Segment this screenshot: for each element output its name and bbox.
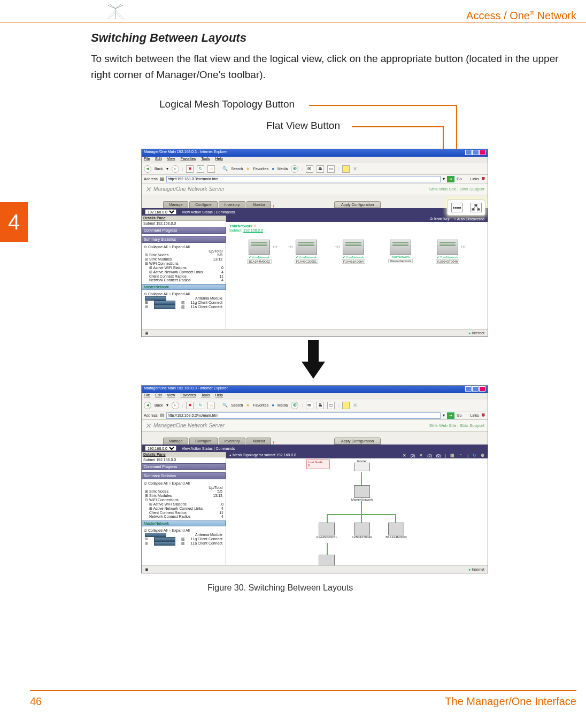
edit-button[interactable]: ▭ xyxy=(327,165,335,173)
menu-favorites[interactable]: Favorites xyxy=(180,157,196,163)
legend-y-icon: ✕ xyxy=(419,453,423,458)
figure-caption: Figure 30. Switching Between Layouts xyxy=(207,583,353,593)
router-node[interactable]: Router xyxy=(347,459,377,471)
device-node[interactable]: ›››✔YourNetworkK2B043T0040 xyxy=(428,240,467,264)
page-number: 46 xyxy=(30,695,42,708)
status-done-icon: ▣ xyxy=(145,331,149,335)
device-node[interactable]: YourNetworkMasterNetwork xyxy=(381,240,420,264)
menu-file[interactable]: File xyxy=(144,157,150,163)
tab-monitor[interactable]: Monitor xyxy=(246,201,271,208)
product-name: Access / One® Network xyxy=(466,10,576,22)
stop-button[interactable]: ✖ xyxy=(186,165,194,173)
norton-icon[interactable]: ⛊ xyxy=(481,177,485,181)
app-tabbar: Manage Configure Inventory Monitor ! App… xyxy=(142,195,488,208)
summary-stats-panel[interactable]: Summary Statistics xyxy=(142,236,226,243)
inventory-radio[interactable]: Inventory xyxy=(434,217,450,220)
svg-rect-2 xyxy=(477,209,480,210)
flat-view-pane: ⊙ Inventory ○ Auto Discovered YourNetwor… xyxy=(226,216,488,329)
internet-zone: Internet xyxy=(468,331,484,335)
tab-inventory[interactable]: Inventory xyxy=(219,201,246,208)
app-logo-icon: ✕ xyxy=(145,185,151,194)
media-label[interactable]: Media xyxy=(277,167,288,171)
device-node[interactable]: ‹‹‹✔YourNetworkF1A45C20051 xyxy=(287,240,326,264)
forward-button[interactable]: ► xyxy=(172,165,179,173)
expand-all[interactable]: Expand All xyxy=(172,245,190,249)
menu-tools[interactable]: Tools xyxy=(201,157,210,163)
svg-rect-1 xyxy=(472,209,474,210)
mesh-node[interactable]: F1A45C20051 xyxy=(312,523,342,539)
browser-toolbar: ◄ Back ▾ ► | ✖ ↻ ⌂ | 🔍Search ★Favorites … xyxy=(142,163,488,175)
mesh-topology-pane: ▴ Mesh Topology for subnet 192.168.0.0 ✕… xyxy=(226,452,488,565)
app-title: Manager/One Network Server xyxy=(153,186,225,192)
settings-icon[interactable]: ⚙ xyxy=(481,453,484,458)
apply-configuration-button[interactable]: Apply Configuration xyxy=(334,201,381,208)
go-label: Go xyxy=(457,177,461,181)
go-button[interactable]: ➔ xyxy=(447,176,454,182)
links-label[interactable]: Links xyxy=(471,177,479,181)
tab-manage[interactable]: Manage xyxy=(163,201,188,208)
leader-line xyxy=(352,126,443,127)
refresh-icon[interactable]: ↻ xyxy=(473,453,476,458)
print-button[interactable]: 🖶 xyxy=(317,165,324,173)
flat-view-button[interactable] xyxy=(451,203,463,212)
screenshot-flat-view: Manager/One Main 192.168.0.3 - Internet … xyxy=(141,149,488,337)
master-network-panel[interactable]: MasterNetwork xyxy=(142,284,226,290)
folder-button[interactable] xyxy=(342,165,350,173)
device-node[interactable]: ›››✔YourNetworkB1A244M0002 xyxy=(240,240,279,264)
menu-help[interactable]: Help xyxy=(215,157,223,163)
tab-configure[interactable]: Configure xyxy=(189,201,217,208)
search-label[interactable]: Search xyxy=(231,167,243,171)
section-heading: Switching Between Layouts xyxy=(91,31,246,45)
home-button[interactable]: ⌂ xyxy=(207,165,215,173)
favorites-label[interactable]: Favorites xyxy=(253,167,268,171)
uptotal-label: Up/Total xyxy=(209,249,222,253)
collapse-all[interactable]: Collapse All xyxy=(148,245,168,249)
page-icon: ▤ xyxy=(160,177,164,181)
details-pane: Details Pane Subnet 192.168.0.0 Command … xyxy=(142,216,226,329)
auto-discovered-radio[interactable]: Auto Discovered xyxy=(457,217,484,221)
footer-chapter-title: The Manager/One Interface xyxy=(445,695,576,708)
device-node[interactable]: ‹‹‹✔YourNetworkF1A461K0064 xyxy=(334,240,373,264)
url-input[interactable] xyxy=(166,176,441,182)
header-links[interactable]: Strix Web Site | Strix Support xyxy=(429,187,484,191)
subnet-link[interactable]: 192.168.0.0 xyxy=(243,228,263,232)
screenshot-mesh-view: Manager/One Main 192.168.0.3 - Internet … xyxy=(141,385,488,573)
menu-edit[interactable]: Edit xyxy=(155,157,161,163)
refresh-button[interactable]: ↻ xyxy=(197,165,204,173)
window-titlebar: Manager/One Main 192.168.0.3 - Internet … xyxy=(142,149,488,157)
layout-buttons-zone xyxy=(447,200,485,216)
network-name[interactable]: YourNetwork xyxy=(229,224,252,228)
leader-line xyxy=(309,105,456,106)
flat-view-icon[interactable]: ▦ xyxy=(450,453,454,458)
history-button[interactable]: ❸ xyxy=(291,165,298,173)
lost-node-box: Lost Node0 xyxy=(306,459,330,469)
svg-line-3 xyxy=(473,206,476,209)
mail-button[interactable]: ✉ xyxy=(306,165,313,173)
mesh-node[interactable]: K2B043T0040 xyxy=(347,523,377,539)
details-pane-header: Details Pane xyxy=(142,216,226,221)
master-node[interactable]: MasterNetwork xyxy=(347,485,377,501)
antenna-glyph-icon xyxy=(105,4,126,20)
callout-logical-label: Logical Mesh Topology Button xyxy=(159,98,295,110)
mesh-title: Mesh Topology for subnet 192.168.0.0 xyxy=(233,453,296,457)
url-input[interactable] xyxy=(166,412,441,419)
address-label: Address xyxy=(144,177,158,181)
callout-flat-label: Flat View Button xyxy=(266,120,340,132)
mesh-view-icon[interactable]: ⛬ xyxy=(459,453,463,458)
menu-view[interactable]: View xyxy=(167,157,175,163)
close-icon[interactable] xyxy=(479,150,485,155)
strix-logo-icon: ✕ xyxy=(353,166,357,172)
browser-menubar[interactable]: File Edit View Favorites Tools Help xyxy=(142,157,488,163)
command-progress-panel[interactable]: Command Progress xyxy=(142,227,226,234)
device-row: ›››✔YourNetworkB1A244M0002 ‹‹‹✔YourNetwo… xyxy=(229,240,484,264)
chapter-tab: 4 xyxy=(0,202,28,242)
subnet-select[interactable]: 192.168.0.0 xyxy=(145,209,176,214)
subnet-line: Subnet 192.168.0.0 xyxy=(142,221,226,226)
minimize-icon[interactable] xyxy=(465,150,472,155)
transition-arrow-icon xyxy=(302,340,325,382)
mesh-node[interactable]: B1A244M0002 xyxy=(381,523,411,539)
action-status-link[interactable]: View Action Status | Commands xyxy=(182,210,235,214)
maximize-icon[interactable] xyxy=(472,150,479,155)
logical-mesh-topology-button[interactable] xyxy=(470,203,482,212)
back-button[interactable]: ◄ xyxy=(144,165,151,173)
